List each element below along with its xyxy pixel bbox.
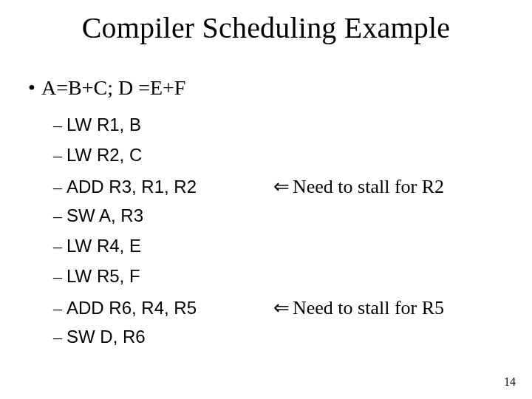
- slide-title: Compiler Scheduling Example: [0, 10, 532, 45]
- list-item: – LW R1, B: [53, 115, 495, 145]
- instruction-text: LW R5, F: [66, 266, 273, 287]
- dash-icon: –: [53, 327, 66, 347]
- instruction-text: ADD R6, R4, R5: [66, 298, 273, 318]
- dash-icon: –: [53, 177, 66, 197]
- list-item: – LW R2, C: [53, 145, 495, 175]
- list-item: – ADD R3, R1, R2 ⇐Need to stall for R2: [53, 175, 495, 205]
- main-bullet: •A=B+C; D =E+F: [28, 76, 185, 100]
- instruction-text: ADD R3, R1, R2: [66, 177, 273, 197]
- left-arrow-icon: ⇐: [273, 296, 293, 318]
- instruction-text: LW R1, B: [66, 115, 273, 135]
- instruction-text: SW D, R6: [66, 327, 273, 347]
- note-label: Need to stall for R2: [293, 176, 444, 197]
- note-label: Need to stall for R5: [293, 297, 444, 318]
- list-item: – SW D, R6: [53, 327, 495, 357]
- slide: Compiler Scheduling Example •A=B+C; D =E…: [0, 0, 532, 399]
- instruction-text: LW R4, E: [66, 236, 273, 256]
- instruction-list: – LW R1, B – LW R2, C – ADD R3, R1, R2 ⇐…: [53, 115, 495, 357]
- dash-icon: –: [53, 206, 66, 226]
- instruction-text: SW A, R3: [66, 205, 273, 226]
- page-number: 14: [504, 375, 516, 389]
- list-item: – SW A, R3: [53, 205, 495, 236]
- dash-icon: –: [53, 146, 66, 166]
- list-item: – LW R4, E: [53, 236, 495, 266]
- left-arrow-icon: ⇐: [273, 175, 293, 197]
- bullet-text: A=B+C; D =E+F: [41, 76, 185, 99]
- dash-icon: –: [53, 115, 66, 135]
- list-item: – ADD R6, R4, R5 ⇐Need to stall for R5: [53, 296, 495, 327]
- instruction-text: LW R2, C: [66, 145, 273, 166]
- dash-icon: –: [53, 299, 66, 318]
- dash-icon: –: [53, 236, 66, 256]
- dash-icon: –: [53, 267, 66, 287]
- note-text: ⇐Need to stall for R5: [273, 296, 495, 319]
- list-item: – LW R5, F: [53, 266, 495, 296]
- bullet-dot: •: [28, 76, 41, 100]
- note-text: ⇐Need to stall for R2: [273, 175, 495, 198]
